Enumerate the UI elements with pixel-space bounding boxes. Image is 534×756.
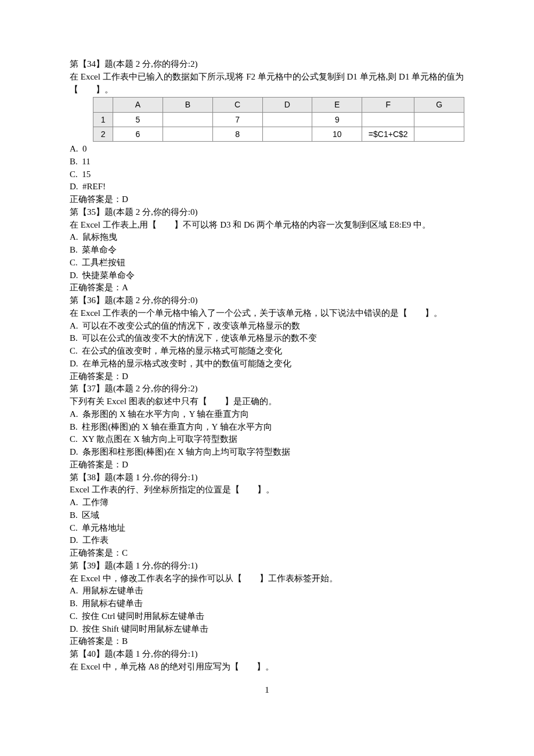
table-cell: =$C1+C$2 <box>362 127 414 141</box>
option-a: A. 条形图的 X 轴在水平方向，Y 轴在垂直方向 <box>70 408 464 421</box>
table-cell: 6 <box>113 127 163 141</box>
option-b: B. 菜单命令 <box>70 244 464 257</box>
question-text: 在 Excel 中，修改工作表名字的操作可以从【 】工作表标签开始。 <box>70 573 464 585</box>
option-a: A. 用鼠标左键单击 <box>70 585 464 597</box>
question-title: 第【35】题(本题 2 分,你的得分:0) <box>70 206 464 219</box>
table-cell: 5 <box>113 112 163 127</box>
page-number: 1 <box>70 684 464 697</box>
table-header: D <box>262 98 312 112</box>
table-cell <box>414 127 464 141</box>
option-d: D. 快捷菜单命令 <box>70 269 464 282</box>
option-a: A. 0 <box>70 143 464 156</box>
option-d: D. 条形图和柱形图(棒图)在 X 轴方向上均可取字符型数据 <box>70 446 464 459</box>
table-header: F <box>362 98 414 112</box>
option-d: D. 按住 Shift 键同时用鼠标左键单击 <box>70 623 464 636</box>
table-header: E <box>312 98 362 112</box>
table-header: C <box>212 98 262 112</box>
option-d: D. #REF! <box>70 181 464 193</box>
option-b: B. 11 <box>70 156 464 168</box>
question-title: 第【40】题(本题 1 分,你的得分:1) <box>70 648 464 661</box>
table-cell <box>362 112 414 127</box>
answer: 正确答案是：D <box>70 370 464 383</box>
table-row-header: 1 <box>93 112 113 127</box>
table-header: G <box>414 98 464 112</box>
question-text: 在 Excel 工作表中已输入的数据如下所示,现将 F2 单元格中的公式复制到 … <box>70 71 464 96</box>
answer: 正确答案是：C <box>70 547 464 560</box>
question-text: 下列有关 Excel 图表的叙述中只有【 】是正确的。 <box>70 395 464 408</box>
table-cell <box>262 127 312 141</box>
question-text: 在 Excel 中，单元格 A8 的绝对引用应写为【 】。 <box>70 661 464 674</box>
option-c: C. 按住 Ctrl 键同时用鼠标左键单击 <box>70 610 464 623</box>
option-c: C. 工具栏按钮 <box>70 257 464 269</box>
table-cell: 9 <box>312 112 362 127</box>
question-text: 在 Excel 工作表的一个单元格中输入了一个公式，关于该单元格，以下说法中错误… <box>70 307 464 320</box>
option-b: B. 可以在公式的值改变不大的情况下，使该单元格显示的数不变 <box>70 332 464 345</box>
option-a: A. 可以在不改变公式的值的情况下，改变该单元格显示的数 <box>70 320 464 333</box>
table-header <box>93 98 113 112</box>
option-b: B. 用鼠标右键单击 <box>70 597 464 610</box>
question-title: 第【36】题(本题 2 分,你的得分:0) <box>70 294 464 307</box>
question-title: 第【38】题(本题 1 分,你的得分:1) <box>70 471 464 484</box>
option-b: B. 柱形图(棒图)的 X 轴在垂直方向，Y 轴在水平方向 <box>70 421 464 434</box>
table-cell <box>262 112 312 127</box>
answer: 正确答案是：A <box>70 282 464 294</box>
answer: 正确答案是：D <box>70 459 464 471</box>
table-cell: 8 <box>212 127 262 141</box>
answer: 正确答案是：B <box>70 635 464 648</box>
option-c: C. XY 散点图在 X 轴方向上可取字符型数据 <box>70 433 464 446</box>
question-title: 第【37】题(本题 2 分,你的得分:2) <box>70 383 464 395</box>
excel-table: A B C D E F G 1 5 7 9 2 6 8 10 =$C1+C$2 <box>93 97 464 142</box>
table-header: A <box>113 98 163 112</box>
question-title: 第【34】题(本题 2 分,你的得分:2) <box>70 58 464 71</box>
option-d: D. 在单元格的显示格式改变时，其中的数值可能随之变化 <box>70 358 464 370</box>
answer: 正确答案是：D <box>70 193 464 206</box>
option-c: C. 15 <box>70 168 464 181</box>
table-cell <box>163 127 212 141</box>
option-b: B. 区域 <box>70 509 464 522</box>
question-title: 第【39】题(本题 1 分,你的得分:1) <box>70 560 464 573</box>
option-d: D. 工作表 <box>70 534 464 547</box>
table-row-header: 2 <box>93 127 113 141</box>
table-header: B <box>163 98 212 112</box>
option-c: C. 单元格地址 <box>70 522 464 535</box>
table-cell: 10 <box>312 127 362 141</box>
option-c: C. 在公式的值改变时，单元格的显示格式可能随之变化 <box>70 345 464 358</box>
question-text: 在 Excel 工作表上,用【 】不可以将 D3 和 D6 两个单元格的内容一次… <box>70 219 464 232</box>
option-a: A. 鼠标拖曳 <box>70 231 464 244</box>
table-cell: 7 <box>212 112 262 127</box>
table-cell <box>414 112 464 127</box>
table-cell <box>163 112 212 127</box>
option-a: A. 工作簿 <box>70 496 464 509</box>
question-text: Excel 工作表的行、列坐标所指定的位置是【 】。 <box>70 484 464 496</box>
